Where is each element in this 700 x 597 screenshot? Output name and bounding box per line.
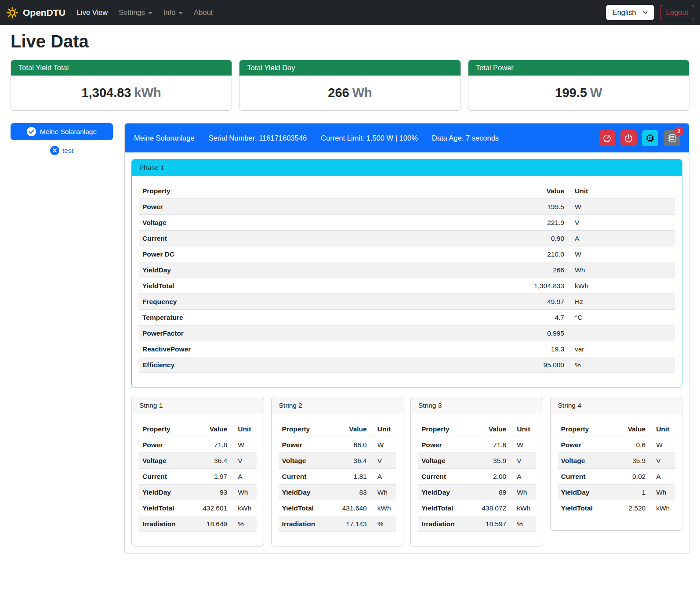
unit-cell: V <box>568 215 675 231</box>
table-row: Voltage221.9V <box>139 215 675 231</box>
string-3-table: Property Value Unit Power71.6WVoltage35.… <box>418 421 536 532</box>
event-count-badge: 2 <box>674 127 684 136</box>
column-header-unit: Unit <box>231 421 256 437</box>
card-title: Total Yield Day <box>239 60 460 76</box>
table-row: Power71.6W <box>418 437 536 453</box>
value-cell: 36.4 <box>199 453 231 469</box>
page-title: Live Data <box>11 32 689 51</box>
unit-cell: Wh <box>510 485 535 500</box>
value-cell: 95.000 <box>487 357 568 373</box>
value-cell: 71.6 <box>478 437 510 453</box>
brand-label: OpenDTU <box>23 7 65 18</box>
property-cell: Current <box>558 469 621 485</box>
value-cell: 0.995 <box>487 326 568 341</box>
value-cell: 89 <box>478 485 510 500</box>
value-cell: 18.597 <box>478 516 510 532</box>
unit-cell: A <box>231 469 256 485</box>
card-unit: Wh <box>352 86 372 100</box>
unit-cell <box>568 326 675 341</box>
property-cell: Current <box>139 231 487 246</box>
nav-item-settings[interactable]: Settings <box>115 5 156 20</box>
table-row: Power0.6W <box>558 437 675 453</box>
column-header-property: Property <box>418 421 478 437</box>
chevron-down-icon <box>178 12 183 14</box>
inverter-select-button[interactable]: Meine Solaranlage <box>11 123 113 140</box>
value-cell: 71.8 <box>199 437 231 453</box>
property-cell: YieldDay <box>418 485 478 500</box>
column-header-value: Value <box>199 421 231 437</box>
value-cell: 93 <box>199 485 231 500</box>
table-row: Temperature4.7°C <box>139 310 675 326</box>
property-cell: Current <box>139 469 199 485</box>
table-row: YieldTotal438.072kWh <box>418 500 536 516</box>
value-cell: 66.0 <box>339 437 370 453</box>
logout-button[interactable]: Logout <box>660 5 694 20</box>
value-cell: 36.4 <box>339 453 370 469</box>
value-cell: 0.90 <box>487 231 568 246</box>
table-row: Power66.0W <box>279 437 396 453</box>
check-circle-icon <box>27 127 36 136</box>
power-button[interactable] <box>620 130 637 146</box>
property-cell: YieldDay <box>139 262 487 278</box>
nav-item-info[interactable]: Info <box>160 5 187 20</box>
nav-item-about[interactable]: About <box>190 5 216 20</box>
column-header-property: Property <box>558 421 621 437</box>
unit-cell: % <box>510 516 535 532</box>
nav-item-live-view[interactable]: Live View <box>73 5 111 20</box>
property-cell: ReactivePower <box>139 341 487 357</box>
table-header-row: Property Value Unit <box>558 421 675 437</box>
string-card-body: Property Value Unit Power0.6WVoltage35.9… <box>551 414 682 530</box>
column-header-unit: Unit <box>370 421 396 437</box>
inverter-item-test[interactable]: test <box>11 146 113 155</box>
table-row: YieldTotal431.640kWh <box>279 500 396 516</box>
unit-cell: V <box>370 453 396 469</box>
table-row: YieldDay89Wh <box>418 485 536 500</box>
table-row: Voltage36.4V <box>279 453 396 469</box>
column-header-property: Property <box>139 183 487 199</box>
unit-cell: V <box>649 453 675 469</box>
property-cell: YieldTotal <box>139 278 487 294</box>
value-cell: 0.6 <box>621 437 649 453</box>
property-cell: YieldTotal <box>558 500 621 516</box>
unit-cell: W <box>510 437 535 453</box>
phase-panel-title: Phase 1 <box>132 159 682 176</box>
table-header-row: Property Value Unit <box>139 183 675 199</box>
unit-cell: kWh <box>568 278 675 294</box>
inverter-serial: Serial Number: 116171603546 <box>209 134 307 142</box>
value-cell: 431.640 <box>339 500 370 516</box>
property-cell: Irradiation <box>418 516 478 532</box>
column-header-property: Property <box>139 421 199 437</box>
table-row: Power DC210.0W <box>139 246 675 262</box>
device-info-button[interactable] <box>642 130 658 146</box>
property-cell: Irradiation <box>139 516 199 532</box>
language-selector[interactable]: English <box>606 5 654 20</box>
unit-cell: A <box>649 469 675 485</box>
brand-link[interactable]: OpenDTU <box>6 6 65 19</box>
limit-settings-button[interactable] <box>599 130 615 146</box>
value-cell: 83 <box>339 485 370 500</box>
inverter-header: Meine Solaranlage Serial Number: 1161716… <box>125 123 689 152</box>
string-1-card: String 1 Property Value Unit <box>131 397 264 546</box>
string-card-body: Property Value Unit Power66.0WVoltage36.… <box>272 414 403 546</box>
property-cell: Frequency <box>139 294 487 310</box>
unit-cell: A <box>510 469 535 485</box>
card-value: 199.5 <box>555 86 587 100</box>
card-title: Total Yield Total <box>11 60 232 76</box>
string-card-title: String 2 <box>272 397 403 414</box>
property-cell: Efficiency <box>139 357 487 373</box>
string-2-card: String 2 Property Value Unit <box>271 397 404 546</box>
card-total-yield-day: Total Yield Day 266Wh <box>239 60 461 111</box>
nav-item-label: Info <box>163 8 176 17</box>
property-cell: YieldTotal <box>418 500 478 516</box>
value-cell: 1.81 <box>339 469 370 485</box>
event-log-button[interactable]: 2 <box>664 130 680 146</box>
unit-cell: W <box>568 199 675 215</box>
value-cell: 17.143 <box>339 516 370 532</box>
table-row: Current0.02A <box>558 469 675 485</box>
table-row: ReactivePower19.3var <box>139 341 675 357</box>
value-cell: 35.9 <box>478 453 510 469</box>
navbar-right: English Logout <box>606 5 694 20</box>
property-cell: Power <box>279 437 339 453</box>
property-cell: YieldDay <box>558 485 621 500</box>
table-row: YieldDay1Wh <box>558 485 675 500</box>
